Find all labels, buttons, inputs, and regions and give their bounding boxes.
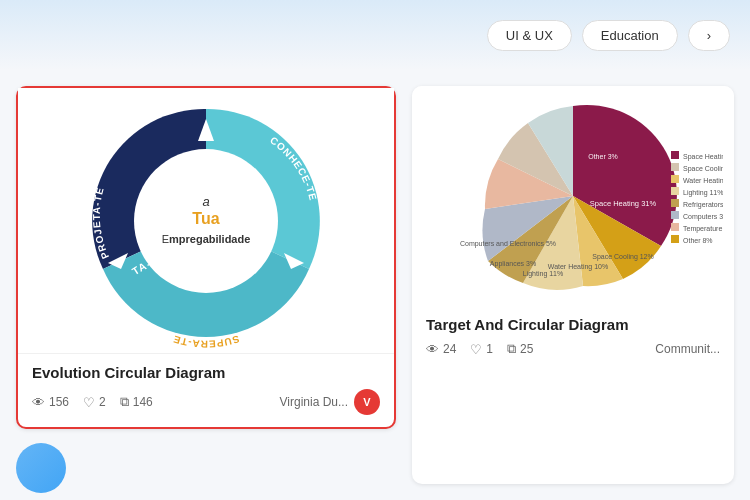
card-title: Evolution Circular Diagram	[32, 364, 380, 381]
small-avatar	[16, 443, 66, 493]
svg-rect-23	[671, 223, 679, 231]
right-card-author: Communit...	[655, 342, 720, 356]
tag-ui-ux[interactable]: UI & UX	[487, 20, 572, 51]
copy-icon: ⧉	[120, 394, 129, 410]
right-likes-count: ♡ 1	[470, 342, 493, 357]
right-copies-count: ⧉ 25	[507, 341, 533, 357]
svg-text:Empregabilidade: Empregabilidade	[162, 233, 251, 245]
right-views-count: 👁 24	[426, 342, 456, 357]
svg-rect-11	[671, 151, 679, 159]
right-card-title: Target And Circular Diagram	[426, 316, 720, 333]
svg-rect-25	[671, 235, 679, 243]
svg-text:Refrigerators and Electronics : Refrigerators and Electronics 5%	[683, 201, 723, 209]
svg-text:Tua: Tua	[192, 210, 219, 227]
svg-text:Space Cooling 12%: Space Cooling 12%	[592, 253, 654, 261]
likes-count: ♡ 2	[83, 395, 106, 410]
svg-rect-19	[671, 199, 679, 207]
svg-text:Other 8%: Other 8%	[683, 237, 713, 244]
tag-education[interactable]: Education	[582, 20, 678, 51]
right-copy-icon: ⧉	[507, 341, 516, 357]
card-meta: 👁 156 ♡ 2 ⧉ 146 Virginia Du... V	[32, 389, 380, 415]
copies-count: ⧉ 146	[120, 394, 153, 410]
right-card-info: Target And Circular Diagram 👁 24 ♡ 1 ⧉ 2…	[412, 306, 734, 369]
eye-icon: 👁	[32, 395, 45, 410]
content-area: a Tua Empregabilidade PROJETA-TE	[0, 70, 750, 500]
right-card-image: Space Heating 31% Space Cooling 2% Water…	[412, 86, 734, 306]
svg-text:Temperature 5%: Temperature 5%	[683, 225, 723, 233]
tag-more[interactable]: ›	[688, 20, 730, 51]
top-bar: UI & UX Education ›	[0, 0, 750, 70]
svg-text:Appliances 3%: Appliances 3%	[490, 260, 536, 268]
right-column: Space Heating 31% Space Cooling 2% Water…	[412, 86, 734, 484]
svg-text:Other 3%: Other 3%	[588, 153, 618, 160]
svg-text:Lighting 11%: Lighting 11%	[683, 189, 723, 197]
circular-diagram: a Tua Empregabilidade PROJETA-TE	[76, 91, 336, 351]
svg-text:Computers 3%: Computers 3%	[683, 213, 723, 221]
views-count: 👁 156	[32, 395, 69, 410]
right-card-meta: 👁 24 ♡ 1 ⧉ 25 Communit...	[426, 341, 720, 357]
right-eye-icon: 👁	[426, 342, 439, 357]
right-heart-icon: ♡	[470, 342, 482, 357]
svg-text:Lighting 11%: Lighting 11%	[523, 270, 563, 278]
svg-text:Water Heating 9%: Water Heating 9%	[683, 177, 723, 185]
main-card[interactable]: a Tua Empregabilidade PROJETA-TE	[16, 86, 396, 429]
card-info: Evolution Circular Diagram 👁 156 ♡ 2 ⧉ 1…	[18, 353, 394, 427]
pie-chart: Space Heating 31% Space Cooling 2% Water…	[423, 91, 723, 301]
small-card-area	[16, 443, 396, 493]
svg-text:a: a	[202, 194, 209, 209]
svg-rect-21	[671, 211, 679, 219]
right-card[interactable]: Space Heating 31% Space Cooling 2% Water…	[412, 86, 734, 484]
svg-text:Space Heating 31%: Space Heating 31%	[590, 199, 657, 208]
left-column: a Tua Empregabilidade PROJETA-TE	[16, 86, 396, 484]
svg-rect-17	[671, 187, 679, 195]
svg-text:Computers and Electronics 5%: Computers and Electronics 5%	[460, 240, 556, 248]
card-author: Virginia Du... V	[280, 389, 380, 415]
svg-text:Space Cooling 2%: Space Cooling 2%	[683, 165, 723, 173]
svg-text:Water Heating 10%: Water Heating 10%	[548, 263, 608, 271]
card-image: a Tua Empregabilidade PROJETA-TE	[18, 88, 394, 353]
author-avatar: V	[354, 389, 380, 415]
svg-text:Space Heating 31%: Space Heating 31%	[683, 153, 723, 161]
heart-icon: ♡	[83, 395, 95, 410]
svg-rect-15	[671, 175, 679, 183]
svg-rect-13	[671, 163, 679, 171]
